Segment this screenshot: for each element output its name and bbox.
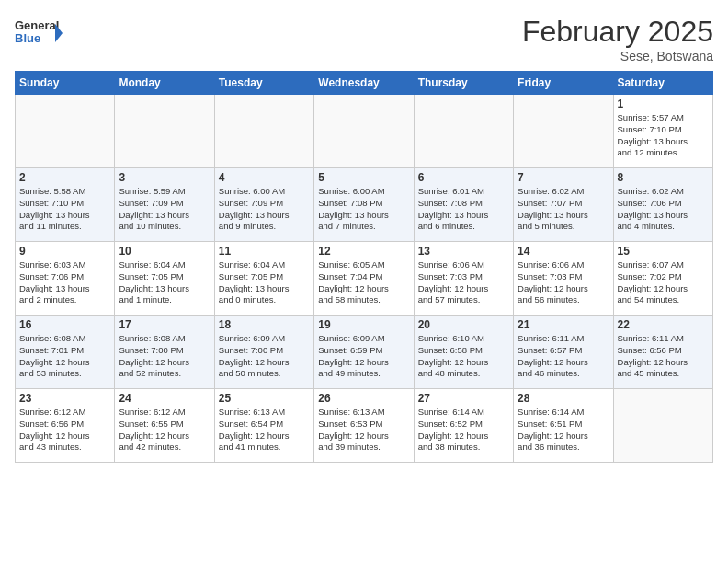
day-info: Sunrise: 6:04 AM Sunset: 7:05 PM Dayligh… xyxy=(219,259,310,306)
day-info: Sunrise: 6:14 AM Sunset: 6:51 PM Dayligh… xyxy=(518,407,609,454)
day-number: 13 xyxy=(418,245,509,258)
day-info: Sunrise: 6:12 AM Sunset: 6:55 PM Dayligh… xyxy=(119,407,210,454)
table-row: 27Sunrise: 6:14 AM Sunset: 6:52 PM Dayli… xyxy=(414,389,513,463)
table-row: 3Sunrise: 5:59 AM Sunset: 7:09 PM Daylig… xyxy=(115,168,214,242)
day-info: Sunrise: 6:09 AM Sunset: 7:00 PM Dayligh… xyxy=(219,333,310,380)
table-row: 18Sunrise: 6:09 AM Sunset: 7:00 PM Dayli… xyxy=(214,316,313,389)
day-number: 1 xyxy=(618,98,709,110)
table-row: 11Sunrise: 6:04 AM Sunset: 7:05 PM Dayli… xyxy=(214,242,313,316)
day-number: 24 xyxy=(119,392,210,405)
day-number: 17 xyxy=(119,318,210,331)
table-row xyxy=(613,389,712,463)
header-monday: Monday xyxy=(115,72,214,95)
header-friday: Friday xyxy=(514,72,613,95)
table-row: 24Sunrise: 6:12 AM Sunset: 6:55 PM Dayli… xyxy=(115,389,214,463)
day-number: 22 xyxy=(618,318,709,331)
day-number: 11 xyxy=(219,245,310,258)
header-thursday: Thursday xyxy=(414,72,513,95)
table-row: 25Sunrise: 6:13 AM Sunset: 6:54 PM Dayli… xyxy=(214,389,313,463)
day-info: Sunrise: 6:04 AM Sunset: 7:05 PM Dayligh… xyxy=(119,259,210,306)
table-row: 7Sunrise: 6:02 AM Sunset: 7:07 PM Daylig… xyxy=(514,168,613,242)
day-number: 26 xyxy=(318,392,409,405)
day-number: 21 xyxy=(518,318,609,331)
table-row: 10Sunrise: 6:04 AM Sunset: 7:05 PM Dayli… xyxy=(115,242,214,316)
table-row xyxy=(414,95,513,168)
day-number: 20 xyxy=(418,318,509,331)
day-number: 2 xyxy=(19,171,110,184)
table-row: 9Sunrise: 6:03 AM Sunset: 7:06 PM Daylig… xyxy=(16,242,115,316)
day-info: Sunrise: 5:59 AM Sunset: 7:09 PM Dayligh… xyxy=(119,186,210,233)
table-row: 22Sunrise: 6:11 AM Sunset: 6:56 PM Dayli… xyxy=(613,316,712,389)
table-row: 1Sunrise: 5:57 AM Sunset: 7:10 PM Daylig… xyxy=(613,95,712,168)
day-info: Sunrise: 6:02 AM Sunset: 7:07 PM Dayligh… xyxy=(518,186,609,233)
table-row: 8Sunrise: 6:02 AM Sunset: 7:06 PM Daylig… xyxy=(613,168,712,242)
day-info: Sunrise: 6:11 AM Sunset: 6:56 PM Dayligh… xyxy=(618,333,709,380)
logo: General Blue xyxy=(15,15,63,52)
table-row: 17Sunrise: 6:08 AM Sunset: 7:00 PM Dayli… xyxy=(115,316,214,389)
day-number: 27 xyxy=(418,392,509,405)
day-number: 4 xyxy=(219,171,310,184)
day-info: Sunrise: 6:14 AM Sunset: 6:52 PM Dayligh… xyxy=(418,407,509,454)
day-number: 15 xyxy=(618,245,709,258)
day-number: 18 xyxy=(219,318,310,331)
day-number: 25 xyxy=(219,392,310,405)
day-info: Sunrise: 6:05 AM Sunset: 7:04 PM Dayligh… xyxy=(318,259,409,306)
calendar-subtitle: Sese, Botswana xyxy=(522,49,713,63)
table-row: 28Sunrise: 6:14 AM Sunset: 6:51 PM Dayli… xyxy=(514,389,613,463)
table-row: 16Sunrise: 6:08 AM Sunset: 7:01 PM Dayli… xyxy=(16,316,115,389)
title-section: February 2025 Sese, Botswana xyxy=(522,15,713,63)
day-info: Sunrise: 6:06 AM Sunset: 7:03 PM Dayligh… xyxy=(418,259,509,306)
day-info: Sunrise: 6:03 AM Sunset: 7:06 PM Dayligh… xyxy=(19,259,110,306)
day-number: 12 xyxy=(318,245,409,258)
table-row: 14Sunrise: 6:06 AM Sunset: 7:03 PM Dayli… xyxy=(514,242,613,316)
table-row xyxy=(314,95,414,168)
table-row: 2Sunrise: 5:58 AM Sunset: 7:10 PM Daylig… xyxy=(16,168,115,242)
day-info: Sunrise: 6:13 AM Sunset: 6:53 PM Dayligh… xyxy=(318,407,409,454)
svg-text:General: General xyxy=(15,18,59,32)
logo-svg: General Blue xyxy=(15,15,63,52)
header-sunday: Sunday xyxy=(16,72,115,95)
table-row xyxy=(214,95,313,168)
day-number: 19 xyxy=(318,318,409,331)
day-number: 9 xyxy=(19,245,110,258)
weekday-header-row: Sunday Monday Tuesday Wednesday Thursday… xyxy=(16,72,713,95)
day-number: 16 xyxy=(19,318,110,331)
table-row: 21Sunrise: 6:11 AM Sunset: 6:57 PM Dayli… xyxy=(514,316,613,389)
day-info: Sunrise: 6:08 AM Sunset: 7:01 PM Dayligh… xyxy=(19,333,110,380)
day-info: Sunrise: 6:11 AM Sunset: 6:57 PM Dayligh… xyxy=(518,333,609,380)
day-info: Sunrise: 6:07 AM Sunset: 7:02 PM Dayligh… xyxy=(618,259,709,306)
table-row: 5Sunrise: 6:00 AM Sunset: 7:08 PM Daylig… xyxy=(314,168,414,242)
table-row: 12Sunrise: 6:05 AM Sunset: 7:04 PM Dayli… xyxy=(314,242,414,316)
day-info: Sunrise: 6:00 AM Sunset: 7:09 PM Dayligh… xyxy=(219,186,310,233)
day-number: 7 xyxy=(518,171,609,184)
day-info: Sunrise: 6:02 AM Sunset: 7:06 PM Dayligh… xyxy=(618,186,709,233)
day-number: 23 xyxy=(19,392,110,405)
day-number: 5 xyxy=(318,171,409,184)
day-number: 8 xyxy=(618,171,709,184)
calendar-title: February 2025 xyxy=(522,15,713,49)
table-row xyxy=(16,95,115,168)
day-number: 3 xyxy=(119,171,210,184)
day-info: Sunrise: 6:12 AM Sunset: 6:56 PM Dayligh… xyxy=(19,407,110,454)
day-info: Sunrise: 6:06 AM Sunset: 7:03 PM Dayligh… xyxy=(518,259,609,306)
day-info: Sunrise: 6:00 AM Sunset: 7:08 PM Dayligh… xyxy=(318,186,409,233)
table-row: 15Sunrise: 6:07 AM Sunset: 7:02 PM Dayli… xyxy=(613,242,712,316)
day-info: Sunrise: 6:01 AM Sunset: 7:08 PM Dayligh… xyxy=(418,186,509,233)
header-tuesday: Tuesday xyxy=(214,72,313,95)
header-saturday: Saturday xyxy=(613,72,712,95)
table-row: 13Sunrise: 6:06 AM Sunset: 7:03 PM Dayli… xyxy=(414,242,513,316)
day-number: 10 xyxy=(119,245,210,258)
table-row: 20Sunrise: 6:10 AM Sunset: 6:58 PM Dayli… xyxy=(414,316,513,389)
day-number: 6 xyxy=(418,171,509,184)
calendar-table: Sunday Monday Tuesday Wednesday Thursday… xyxy=(15,71,713,463)
header-wednesday: Wednesday xyxy=(314,72,414,95)
svg-text:Blue: Blue xyxy=(15,31,40,45)
day-info: Sunrise: 6:08 AM Sunset: 7:00 PM Dayligh… xyxy=(119,333,210,380)
day-info: Sunrise: 6:13 AM Sunset: 6:54 PM Dayligh… xyxy=(219,407,310,454)
table-row xyxy=(115,95,214,168)
table-row: 19Sunrise: 6:09 AM Sunset: 6:59 PM Dayli… xyxy=(314,316,414,389)
table-row: 23Sunrise: 6:12 AM Sunset: 6:56 PM Dayli… xyxy=(16,389,115,463)
table-row: 4Sunrise: 6:00 AM Sunset: 7:09 PM Daylig… xyxy=(214,168,313,242)
day-info: Sunrise: 6:09 AM Sunset: 6:59 PM Dayligh… xyxy=(318,333,409,380)
day-info: Sunrise: 5:57 AM Sunset: 7:10 PM Dayligh… xyxy=(618,112,709,159)
